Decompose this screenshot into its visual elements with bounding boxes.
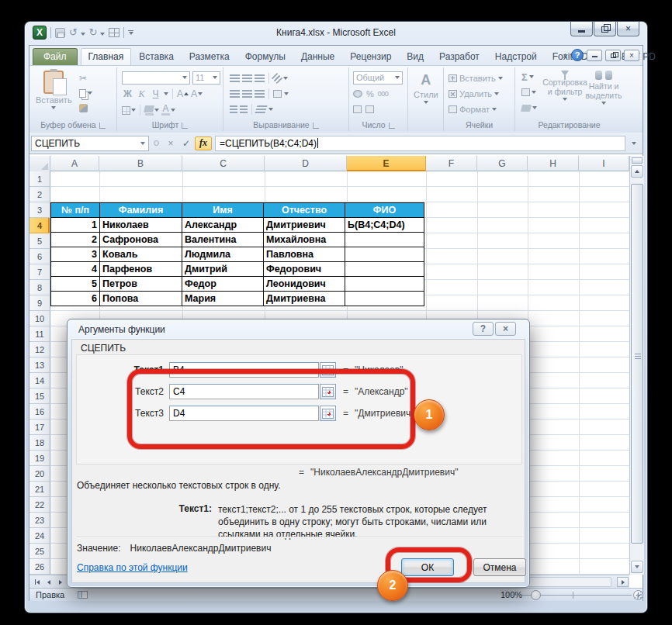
align-left-icon[interactable] [230, 90, 240, 98]
ribbon-tab[interactable]: Главная [81, 48, 132, 65]
percent-style-button[interactable]: % [366, 89, 374, 98]
table-cell[interactable]: Валентина [182, 232, 264, 247]
macro-record-icon[interactable] [78, 591, 88, 599]
scroll-up-button[interactable] [631, 165, 643, 178]
row-header[interactable]: 23 [29, 513, 50, 528]
row-header[interactable]: 4 [29, 218, 50, 233]
resize-grip[interactable] [632, 591, 642, 600]
row-header[interactable]: 13 [29, 357, 50, 373]
ribbon-tab[interactable]: Вставка [131, 48, 182, 65]
align-top-icon[interactable] [230, 74, 240, 82]
quick-table-icon[interactable] [109, 28, 120, 37]
close-button[interactable]: × [617, 22, 639, 36]
table-cell[interactable]: 3 [50, 247, 100, 262]
save-icon[interactable] [55, 28, 65, 38]
ribbon-tab[interactable]: Надстрой [487, 48, 545, 65]
name-box-resize-handle[interactable] [154, 140, 159, 146]
formula-input[interactable]: =СЦЕПИТЬ(B4;C4;D4) [215, 136, 625, 151]
row-header[interactable]: 7 [29, 264, 50, 280]
restore-button[interactable] [594, 22, 616, 36]
next-sheet-button[interactable] [55, 577, 65, 587]
collapse-ribbon-button[interactable]: ∧ [563, 51, 568, 60]
table-cell[interactable] [345, 247, 424, 262]
font-color-button[interactable]: А [161, 104, 175, 116]
column-header[interactable]: G [477, 156, 528, 171]
table-cell[interactable]: Федор [182, 276, 264, 292]
column-header[interactable]: H [528, 156, 579, 171]
table-cell[interactable]: Коваль [99, 247, 182, 262]
name-box[interactable]: СЦЕПИТЬ [31, 136, 149, 151]
row-header[interactable]: 21 [29, 482, 50, 497]
column-header[interactable]: C [182, 156, 265, 171]
workbook-minimize-button[interactable] [587, 50, 602, 61]
borders-button[interactable] [122, 104, 136, 116]
table-header-cell[interactable]: Фамилия [99, 202, 182, 218]
shrink-font-button[interactable]: А [191, 88, 203, 100]
vertical-scroll-thumb[interactable] [631, 184, 643, 544]
align-center-icon[interactable] [242, 90, 252, 98]
table-cell[interactable]: Сафронова [99, 232, 182, 247]
previous-sheet-button[interactable] [43, 577, 54, 587]
row-header[interactable]: 5 [29, 233, 50, 249]
dialog-close-button[interactable]: × [495, 322, 516, 336]
argument-input[interactable]: C4 [169, 384, 319, 399]
function-help-link[interactable]: Справка по этой функции [77, 562, 188, 573]
table-cell[interactable] [345, 232, 424, 247]
number-dialog-launcher-icon[interactable] [389, 123, 395, 129]
table-cell[interactable]: Петров [99, 276, 182, 292]
row-header[interactable]: 20 [29, 466, 50, 482]
row-header[interactable]: 2 [29, 187, 50, 202]
increase-indent-icon[interactable] [240, 105, 248, 113]
row-header[interactable]: 18 [29, 435, 50, 451]
zoom-slider-thumb[interactable] [531, 590, 541, 600]
range-picker-button[interactable] [320, 406, 336, 421]
table-cell[interactable]: Александр [182, 217, 264, 233]
row-header[interactable]: 1 [29, 171, 50, 187]
argument-input[interactable]: B4 [169, 362, 319, 378]
orientation-icon[interactable] [272, 73, 282, 84]
merge-center-icon[interactable] [273, 90, 282, 98]
workbook-restore-button[interactable] [605, 50, 621, 61]
scroll-down-button[interactable] [631, 561, 643, 573]
table-cell[interactable] [345, 261, 424, 277]
font-size-select[interactable]: 11 [192, 71, 220, 85]
align-right-icon[interactable] [255, 90, 265, 98]
grow-font-button[interactable]: А [177, 88, 189, 100]
autosum-button[interactable]: Σ [520, 71, 539, 83]
ribbon-tab[interactable]: Рецензир [342, 48, 399, 65]
row-header[interactable]: 16 [29, 404, 50, 420]
zoom-slider-track[interactable] [504, 595, 632, 596]
row-header[interactable]: 10 [29, 311, 50, 326]
table-cell[interactable] [345, 276, 424, 292]
table-cell[interactable]: 2 [50, 232, 100, 247]
row-header[interactable]: 26 [29, 559, 50, 575]
dialog-help-button[interactable]: ? [473, 322, 494, 336]
row-header[interactable]: 12 [29, 342, 50, 357]
row-header[interactable]: 25 [29, 544, 50, 559]
fill-button[interactable] [520, 86, 539, 98]
ribbon-tab[interactable]: Данные [293, 48, 342, 65]
find-select-button[interactable]: Найти и выделить [587, 71, 621, 105]
confirm-entry-button[interactable]: ✓ [179, 136, 193, 150]
table-cell[interactable]: Павловна [263, 247, 345, 262]
table-cell[interactable]: 6 [50, 291, 100, 306]
table-cell[interactable] [345, 291, 424, 306]
row-header[interactable]: 11 [29, 326, 50, 342]
row-header[interactable]: 6 [29, 249, 50, 264]
align-bottom-icon[interactable] [255, 74, 265, 82]
increase-decimal-icon[interactable] [353, 105, 362, 113]
ribbon-tab[interactable]: Разметка [182, 48, 237, 65]
sort-filter-button[interactable]: Сортировка и фильтр [545, 71, 585, 101]
table-cell[interactable]: 4 [50, 261, 100, 277]
vertical-scrollbar[interactable] [629, 156, 644, 575]
row-header[interactable]: 19 [29, 451, 50, 466]
ribbon-tab[interactable]: Разработ [431, 48, 487, 65]
column-header[interactable]: B [99, 156, 182, 171]
table-header-cell[interactable]: Отчество [263, 202, 345, 218]
table-cell[interactable]: Парфенов [99, 261, 182, 277]
clear-button[interactable] [520, 102, 539, 114]
insert-function-button[interactable]: fx [195, 136, 212, 150]
alignment-dialog-launcher-icon[interactable] [313, 123, 319, 129]
table-header-cell[interactable]: ФИО [345, 202, 424, 218]
row-header[interactable]: 24 [29, 528, 50, 544]
